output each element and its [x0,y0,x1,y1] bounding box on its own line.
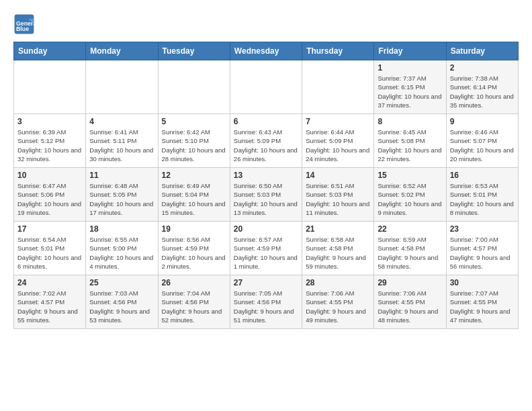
day-header-tuesday: Tuesday [158,42,230,60]
day-info: Sunrise: 6:42 AM Sunset: 5:10 PM Dayligh… [162,128,226,163]
day-number: 7 [306,117,370,126]
day-number: 28 [306,278,370,287]
calendar-cell: 11Sunrise: 6:48 AM Sunset: 5:05 PM Dayli… [86,168,158,222]
day-info: Sunrise: 7:05 AM Sunset: 4:56 PM Dayligh… [234,289,298,324]
calendar-cell: 4Sunrise: 6:41 AM Sunset: 5:11 PM Daylig… [86,114,158,168]
day-number: 9 [450,117,515,126]
calendar-cell [86,60,158,114]
day-number: 18 [89,224,154,234]
calendar-cell [302,60,374,114]
logo: General Blue [13,13,38,35]
calendar-cell: 22Sunrise: 6:59 AM Sunset: 4:58 PM Dayli… [374,222,446,275]
calendar-cell: 30Sunrise: 7:07 AM Sunset: 4:55 PM Dayli… [446,275,518,329]
day-number: 24 [17,278,82,287]
day-number: 25 [89,278,154,287]
calendar-cell: 29Sunrise: 7:06 AM Sunset: 4:55 PM Dayli… [374,275,446,329]
day-number: 26 [162,278,226,287]
day-number: 20 [234,224,298,234]
day-info: Sunrise: 6:59 AM Sunset: 4:58 PM Dayligh… [378,235,442,271]
calendar-cell: 23Sunrise: 7:00 AM Sunset: 4:57 PM Dayli… [446,222,518,275]
day-info: Sunrise: 6:54 AM Sunset: 5:01 PM Dayligh… [17,235,82,271]
day-info: Sunrise: 6:46 AM Sunset: 5:07 PM Dayligh… [450,128,515,163]
calendar-cell: 25Sunrise: 7:03 AM Sunset: 4:56 PM Dayli… [86,275,158,329]
day-info: Sunrise: 6:39 AM Sunset: 5:12 PM Dayligh… [17,128,82,163]
calendar-cell: 20Sunrise: 6:57 AM Sunset: 4:59 PM Dayli… [230,222,302,275]
day-info: Sunrise: 6:43 AM Sunset: 5:09 PM Dayligh… [234,128,298,163]
day-number: 14 [306,171,370,180]
calendar-table: SundayMondayTuesdayWednesdayThursdayFrid… [13,42,519,329]
calendar-cell: 6Sunrise: 6:43 AM Sunset: 5:09 PM Daylig… [230,114,302,168]
week-row-4: 17Sunrise: 6:54 AM Sunset: 5:01 PM Dayli… [14,222,519,275]
day-number: 6 [234,117,298,126]
calendar-cell: 21Sunrise: 6:58 AM Sunset: 4:58 PM Dayli… [302,222,374,275]
day-number: 11 [89,171,154,180]
day-number: 21 [306,224,370,234]
calendar-cell [158,60,230,114]
calendar-cell: 7Sunrise: 6:44 AM Sunset: 5:09 PM Daylig… [302,114,374,168]
day-info: Sunrise: 7:04 AM Sunset: 4:56 PM Dayligh… [162,289,226,324]
day-info: Sunrise: 7:38 AM Sunset: 6:14 PM Dayligh… [450,74,515,109]
day-info: Sunrise: 6:48 AM Sunset: 5:05 PM Dayligh… [89,181,154,217]
week-row-1: 1Sunrise: 7:37 AM Sunset: 6:15 PM Daylig… [14,60,519,114]
header-row: SundayMondayTuesdayWednesdayThursdayFrid… [14,42,519,60]
day-info: Sunrise: 6:57 AM Sunset: 4:59 PM Dayligh… [234,235,298,271]
day-info: Sunrise: 6:50 AM Sunset: 5:03 PM Dayligh… [234,181,298,217]
day-info: Sunrise: 7:37 AM Sunset: 6:15 PM Dayligh… [378,74,442,109]
day-header-thursday: Thursday [302,42,374,60]
calendar-cell: 9Sunrise: 6:46 AM Sunset: 5:07 PM Daylig… [446,114,518,168]
day-number: 1 [378,63,442,73]
day-info: Sunrise: 6:56 AM Sunset: 4:59 PM Dayligh… [162,235,226,271]
calendar-cell: 1Sunrise: 7:37 AM Sunset: 6:15 PM Daylig… [374,60,446,114]
calendar-cell: 13Sunrise: 6:50 AM Sunset: 5:03 PM Dayli… [230,168,302,222]
week-row-3: 10Sunrise: 6:47 AM Sunset: 5:06 PM Dayli… [14,168,519,222]
day-info: Sunrise: 6:44 AM Sunset: 5:09 PM Dayligh… [306,128,370,163]
calendar-cell: 2Sunrise: 7:38 AM Sunset: 6:14 PM Daylig… [446,60,518,114]
day-info: Sunrise: 7:02 AM Sunset: 4:57 PM Dayligh… [17,289,82,324]
day-header-saturday: Saturday [446,42,518,60]
calendar-cell: 17Sunrise: 6:54 AM Sunset: 5:01 PM Dayli… [14,222,86,275]
calendar-cell: 3Sunrise: 6:39 AM Sunset: 5:12 PM Daylig… [14,114,86,168]
day-info: Sunrise: 6:41 AM Sunset: 5:11 PM Dayligh… [89,128,154,163]
calendar-cell: 27Sunrise: 7:05 AM Sunset: 4:56 PM Dayli… [230,275,302,329]
calendar-cell: 15Sunrise: 6:52 AM Sunset: 5:02 PM Dayli… [374,168,446,222]
day-number: 13 [234,171,298,180]
calendar-cell: 5Sunrise: 6:42 AM Sunset: 5:10 PM Daylig… [158,114,230,168]
day-info: Sunrise: 7:03 AM Sunset: 4:56 PM Dayligh… [89,289,154,324]
day-number: 10 [17,171,82,180]
calendar-cell: 26Sunrise: 7:04 AM Sunset: 4:56 PM Dayli… [158,275,230,329]
calendar-cell [230,60,302,114]
day-number: 16 [450,171,515,180]
day-info: Sunrise: 6:55 AM Sunset: 5:00 PM Dayligh… [89,235,154,271]
week-row-2: 3Sunrise: 6:39 AM Sunset: 5:12 PM Daylig… [14,114,519,168]
calendar-cell: 12Sunrise: 6:49 AM Sunset: 5:04 PM Dayli… [158,168,230,222]
svg-text:Blue: Blue [16,26,29,32]
day-number: 17 [17,224,82,234]
calendar-cell: 24Sunrise: 7:02 AM Sunset: 4:57 PM Dayli… [14,275,86,329]
day-info: Sunrise: 6:47 AM Sunset: 5:06 PM Dayligh… [17,181,82,217]
day-info: Sunrise: 6:58 AM Sunset: 4:58 PM Dayligh… [306,235,370,271]
day-number: 29 [378,278,442,287]
day-number: 5 [162,117,226,126]
day-number: 8 [378,117,442,126]
page-header: General Blue [13,13,519,35]
calendar-cell: 19Sunrise: 6:56 AM Sunset: 4:59 PM Dayli… [158,222,230,275]
day-info: Sunrise: 6:53 AM Sunset: 5:01 PM Dayligh… [450,181,515,217]
day-number: 4 [89,117,154,126]
calendar-cell [14,60,86,114]
logo-icon: General Blue [13,13,35,35]
day-number: 15 [378,171,442,180]
day-info: Sunrise: 7:06 AM Sunset: 4:55 PM Dayligh… [378,289,442,324]
week-row-5: 24Sunrise: 7:02 AM Sunset: 4:57 PM Dayli… [14,275,519,329]
day-number: 22 [378,224,442,234]
day-header-wednesday: Wednesday [230,42,302,60]
day-header-sunday: Sunday [14,42,86,60]
day-number: 19 [162,224,226,234]
day-number: 12 [162,171,226,180]
day-info: Sunrise: 7:00 AM Sunset: 4:57 PM Dayligh… [450,235,515,271]
calendar-cell: 8Sunrise: 6:45 AM Sunset: 5:08 PM Daylig… [374,114,446,168]
day-number: 30 [450,278,515,287]
day-info: Sunrise: 7:07 AM Sunset: 4:55 PM Dayligh… [450,289,515,324]
day-header-friday: Friday [374,42,446,60]
day-info: Sunrise: 6:51 AM Sunset: 5:03 PM Dayligh… [306,181,370,217]
day-info: Sunrise: 6:45 AM Sunset: 5:08 PM Dayligh… [378,128,442,163]
